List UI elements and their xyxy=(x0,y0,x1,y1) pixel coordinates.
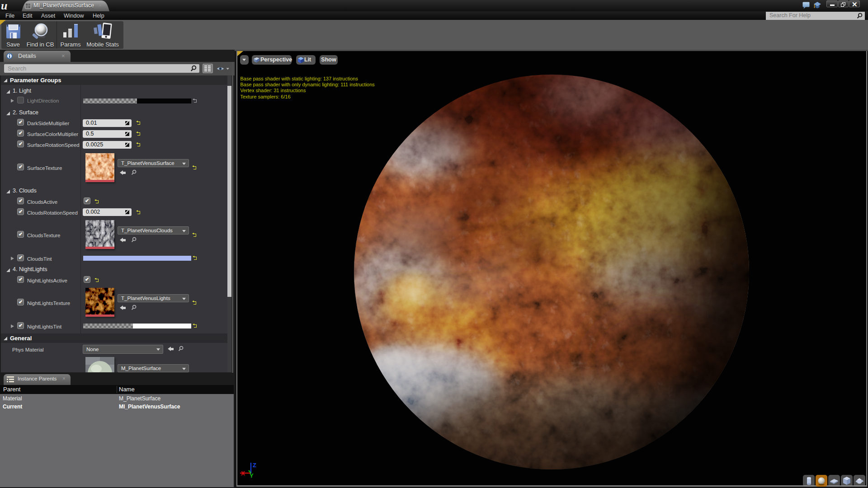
svg-text:Z: Z xyxy=(253,462,256,469)
svg-text:X: X xyxy=(241,470,245,477)
svg-text:u: u xyxy=(1,1,7,11)
svg-text:Y: Y xyxy=(250,472,254,479)
